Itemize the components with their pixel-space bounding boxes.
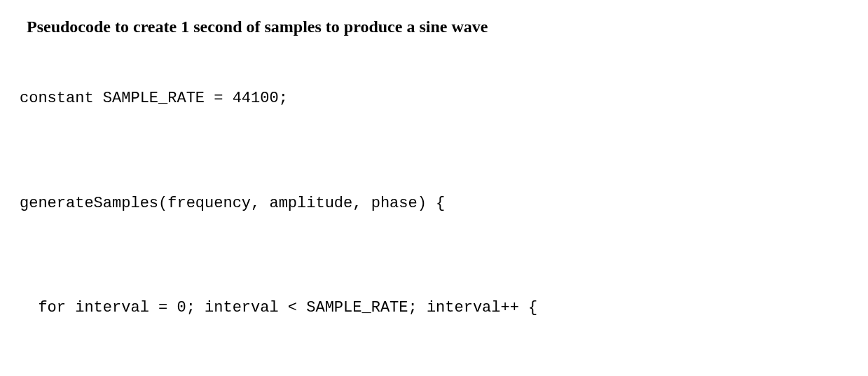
code-line: constant SAMPLE_RATE = 44100;	[20, 85, 848, 111]
code-blank-line	[20, 138, 848, 164]
code-line: for interval = 0; interval < SAMPLE_RATE…	[20, 295, 848, 321]
pseudocode-title: Pseudocode to create 1 second of samples…	[27, 13, 848, 41]
code-blank-line	[20, 347, 848, 373]
code-blank-line	[20, 243, 848, 269]
pseudocode-block: constant SAMPLE_RATE = 44100; generateSa…	[20, 60, 848, 376]
code-line: generateSamples(frequency, amplitude, ph…	[20, 190, 848, 216]
